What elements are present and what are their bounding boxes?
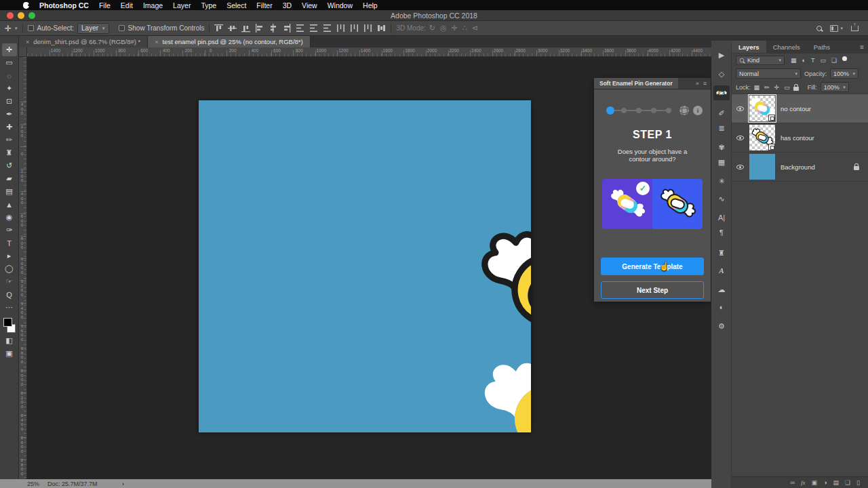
filter-toggle-icon[interactable] [842, 56, 847, 61]
shape-tool[interactable]: ◯ [2, 262, 17, 275]
edit-toolbar[interactable]: ⋯ [2, 301, 17, 314]
healing-brush-tool[interactable]: ✚ [2, 121, 17, 134]
distribute-bottom-icon[interactable] [323, 24, 332, 33]
swatches-panel-icon[interactable]: ▦ [713, 155, 730, 169]
histogram-panel-icon[interactable]: ∿ [713, 191, 730, 206]
foreground-background-swatches[interactable] [3, 318, 16, 333]
menu-item-edit[interactable]: Edit [121, 1, 133, 9]
adjustment-layer-icon[interactable]: ◑ [823, 479, 827, 486]
document-tab-2[interactable]: ×test enamel pin.psd @ 25% (no contour, … [148, 36, 310, 47]
lock-option-icon-3[interactable]: ✛ [774, 84, 780, 91]
layer-group-icon[interactable]: ▤ [833, 479, 839, 486]
paragraph-panel-icon[interactable]: ¶ [713, 225, 730, 240]
distribute-spacing-icon[interactable] [377, 24, 386, 33]
tab-close-icon[interactable]: × [26, 39, 29, 45]
align-right-icon[interactable] [282, 24, 291, 33]
tab-close-icon[interactable]: × [155, 39, 158, 45]
menu-item-help[interactable]: Help [363, 1, 378, 9]
brush-tool[interactable]: ✏ [2, 134, 17, 146]
character-panel-icon[interactable]: A| [713, 210, 730, 225]
lasso-tool[interactable]: ◌ [2, 69, 17, 82]
distribute-hcenter-icon[interactable] [350, 24, 359, 33]
layer-row-has-contour[interactable]: has contour [732, 123, 868, 152]
menu-item-window[interactable]: Window [328, 1, 353, 9]
delete-layer-icon[interactable]: ▯ [856, 479, 860, 486]
layer-filter-icon-3[interactable]: T [811, 57, 815, 64]
adjustments-panel-icon[interactable]: ◐ [713, 300, 730, 314]
gradient-tool[interactable]: ▤ [2, 185, 17, 198]
eraser-tool[interactable]: ▰ [2, 172, 17, 185]
layer-thumbnail[interactable] [749, 125, 775, 150]
actions-panel-icon[interactable]: ▶ [713, 47, 730, 62]
lock-all-icon[interactable] [793, 87, 799, 91]
brush-presets-panel-icon[interactable]: ≣ [713, 121, 730, 136]
panel-menu-icon[interactable]: ≡ [703, 80, 707, 87]
layer-name[interactable]: no contour [781, 105, 811, 113]
layer-filter-icon-5[interactable]: ❏ [831, 57, 837, 64]
layer-name[interactable]: has contour [781, 134, 814, 142]
menu-item-filter[interactable]: Filter [256, 1, 272, 9]
pin-generator-plugin-icon[interactable] [713, 85, 730, 100]
patterns-panel-icon[interactable]: ✳ [713, 174, 730, 188]
move-tool[interactable]: ✛ [2, 43, 17, 56]
document-tab-1[interactable]: ×denim_shirt.psd @ 66.7% (RGB/8#) * [19, 36, 148, 47]
lock-option-icon-1[interactable]: ▦ [754, 84, 760, 91]
collapse-panel-icon[interactable]: » [696, 80, 699, 87]
next-step-button[interactable]: Next Step [601, 281, 704, 299]
menu-item-view[interactable]: View [302, 1, 317, 9]
show-transform-checkbox[interactable] [119, 25, 125, 31]
fill-dropdown[interactable]: 100%▾ [821, 82, 849, 92]
layer-row-Background[interactable]: Background [732, 152, 868, 182]
opacity-dropdown[interactable]: 100%▾ [830, 68, 859, 79]
quick-mask-tool[interactable]: ◧ [2, 334, 17, 347]
align-hcenter-icon[interactable] [269, 24, 277, 33]
layer-visibility-eye-icon[interactable] [736, 106, 744, 111]
dodge-tool[interactable]: ◉ [2, 211, 17, 224]
menu-item-layer[interactable]: Layer [173, 1, 191, 9]
tab-layers[interactable]: Layers [732, 41, 766, 53]
distribute-top-icon[interactable] [296, 24, 304, 33]
screen-mode-tool[interactable]: ▣ [2, 347, 17, 360]
auto-select-checkbox[interactable] [28, 25, 34, 31]
crop-tool[interactable]: ⊡ [2, 95, 17, 108]
layers-panel-menu-icon[interactable]: ≡ [860, 43, 864, 51]
zoom-tool[interactable]: Q [2, 288, 17, 301]
path-selection-tool[interactable]: ▸ [2, 249, 17, 262]
new-layer-icon[interactable]: ❏ [845, 479, 850, 486]
link-layers-icon[interactable]: ∞ [791, 479, 795, 486]
share-icon[interactable] [851, 26, 859, 31]
menu-item-file[interactable]: File [99, 1, 111, 9]
type-tool[interactable]: T [2, 237, 17, 249]
menu-item-3d[interactable]: 3D [283, 1, 292, 9]
distribute-vcenter-icon[interactable] [309, 24, 318, 33]
libraries-panel-icon[interactable]: ☁ [713, 282, 730, 297]
history-brush-tool[interactable]: ↺ [2, 159, 17, 172]
tab-channels[interactable]: Channels [766, 41, 807, 53]
layer-row-no-contour[interactable]: no contour [732, 94, 868, 123]
align-top-icon[interactable] [214, 24, 223, 33]
document-canvas[interactable] [199, 100, 531, 432]
hand-tool[interactable]: ☞ [2, 275, 17, 288]
lock-option-icon-4[interactable]: ▭ [784, 84, 790, 91]
align-left-icon[interactable] [255, 24, 264, 33]
layer-name[interactable]: Background [781, 163, 815, 171]
auto-select-dropdown[interactable]: Layer▾ [77, 23, 109, 34]
tool-preset-caret-icon[interactable]: ▾ [15, 26, 18, 31]
artboards-panel-icon[interactable]: ◇ [713, 66, 730, 81]
menu-item-image[interactable]: Image [143, 1, 163, 9]
lock-option-icon-2[interactable]: ✏ [764, 84, 770, 91]
blur-tool[interactable]: ▲ [2, 198, 17, 211]
status-options-chevron[interactable]: › [122, 481, 124, 487]
quick-selection-tool[interactable]: ✦ [2, 82, 17, 95]
option-has-contour[interactable] [652, 179, 703, 229]
menu-item-type[interactable]: Type [201, 1, 216, 9]
clone-source-panel-icon[interactable]: ♜ [713, 245, 730, 260]
layer-filter-icon-2[interactable]: ◐ [802, 57, 806, 64]
menu-app-name[interactable]: Photoshop CC [39, 1, 89, 9]
layer-thumbnail[interactable] [749, 154, 775, 180]
distribute-right-icon[interactable] [363, 24, 372, 33]
pen-tool[interactable]: ✑ [2, 224, 17, 237]
blend-mode-dropdown[interactable]: Normal▾ [736, 68, 801, 79]
layer-visibility-eye-icon[interactable] [736, 136, 744, 140]
globe-icon[interactable] [679, 106, 689, 115]
